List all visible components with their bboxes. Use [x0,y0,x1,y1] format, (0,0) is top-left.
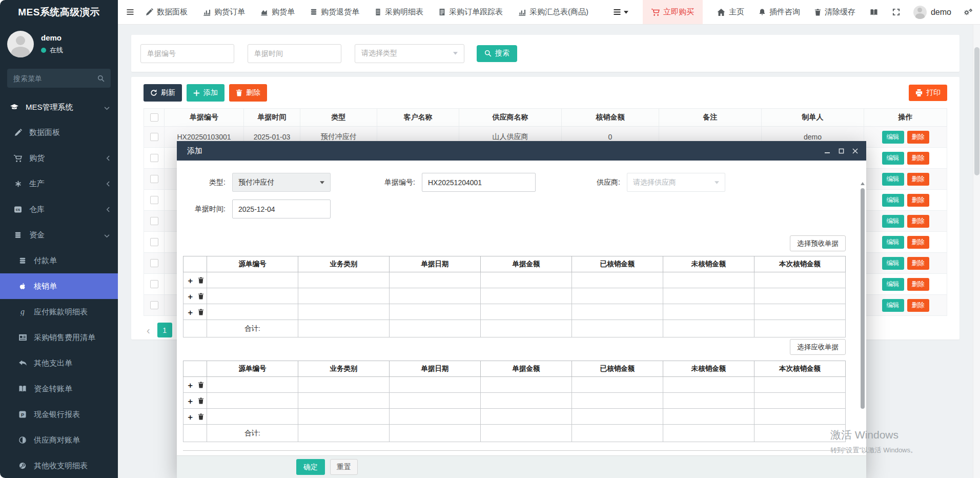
row-checkbox[interactable] [150,196,158,204]
edit-row-button[interactable]: 编辑 [882,299,904,312]
type-select[interactable]: 预付冲应付 [232,173,331,192]
row-checkbox[interactable] [150,154,158,162]
sidebar-subitem[interactable]: 资金转账单 [0,376,118,402]
avatar[interactable] [7,31,34,57]
scroll-up-icon[interactable] [861,182,865,185]
sidebar-subitem[interactable]: 其他收支明细表 [0,453,118,478]
add-line-icon[interactable]: ＋ [187,276,194,284]
sidebar-item[interactable]: 购货 [0,145,118,171]
delete-row-button[interactable]: 删除 [907,257,929,270]
search-button[interactable]: 搜索 [477,45,517,62]
nav-link[interactable]: 购货单 [260,7,295,17]
sidebar-subitem[interactable]: P现金银行报表 [0,402,118,427]
prev-page-button[interactable]: ‹ [147,325,150,335]
edit-row-button[interactable]: 编辑 [882,257,904,270]
close-icon[interactable] [852,148,858,154]
delete-row-button[interactable]: 删除 [907,194,929,207]
sidebar-subitem[interactable]: g应付账款明细表 [0,299,118,325]
add-line-icon[interactable]: ＋ [187,308,194,316]
add-dialog-titlebar[interactable]: 添加 [177,141,866,161]
edit-row-button[interactable]: 编辑 [882,194,904,207]
supplier-select[interactable]: 请选择供应商 [627,173,725,192]
edit-row-button[interactable]: 编辑 [882,173,904,186]
filter-type-select[interactable]: 请选择类型 [355,44,464,63]
add-line-icon[interactable]: ＋ [187,397,194,405]
select-receivable-docs-button[interactable]: 选择应收单据 [790,339,846,355]
nav-link[interactable]: 采购明细表 [375,7,423,17]
nav-link[interactable]: 采购订单跟踪表 [439,7,503,17]
sidebar-item[interactable]: 资金 [0,222,118,248]
delete-row-button[interactable]: 删除 [907,131,929,144]
edit-row-button[interactable]: 编辑 [882,278,904,291]
delete-button[interactable]: 删除 [229,84,267,102]
print-button[interactable]: 打印 [909,85,947,101]
edit-row-button[interactable]: 编辑 [882,152,904,165]
select-prepaid-docs-button[interactable]: 选择预收单据 [790,235,846,251]
grid-cell [572,409,663,425]
docs-button[interactable] [870,9,878,16]
row-checkbox[interactable] [150,301,158,309]
sidebar-item[interactable]: 数据面板 [0,120,118,145]
home-button[interactable]: 主页 [717,7,744,17]
add-line-icon[interactable]: ＋ [187,413,194,421]
row-checkbox[interactable] [150,280,158,288]
plugin-consult-button[interactable]: 插件咨询 [759,7,800,17]
card-icon [17,334,28,341]
add-line-icon[interactable]: ＋ [187,381,194,389]
edit-row-button[interactable]: 编辑 [882,215,904,228]
minimize-icon[interactable] [824,148,830,154]
page-scrollbar[interactable] [973,25,980,478]
fullscreen-button[interactable] [892,8,900,16]
sidebar-item[interactable]: 生产 [0,171,118,196]
doc-date-input[interactable] [232,200,331,218]
maximize-icon[interactable] [839,148,844,154]
row-checkbox[interactable] [150,238,158,246]
row-checkbox[interactable] [150,259,158,267]
nav-link[interactable]: 数据面板 [146,7,188,17]
edit-row-button[interactable]: 编辑 [882,236,904,249]
sidebar-subitem[interactable]: 供应商对账单 [0,427,118,453]
row-checkbox[interactable] [150,133,158,141]
delete-row-button[interactable]: 删除 [907,278,929,291]
nav-link[interactable]: 采购汇总表(商品) [518,7,588,17]
nav-menu-dropdown[interactable] [613,9,628,15]
row-checkbox[interactable] [150,217,158,225]
settings-gears-icon[interactable] [964,8,973,16]
grid-cell [754,304,846,320]
page-1-button[interactable]: 1 [157,323,172,337]
delete-row-button[interactable]: 删除 [907,299,929,312]
sidebar-item-root[interactable]: MES管理系统 [0,95,118,120]
user-menu[interactable]: demo [913,6,951,19]
edit-row-button[interactable]: 编辑 [882,131,904,144]
add-line-icon[interactable]: ＋ [187,292,194,300]
dialog-scrollbar[interactable] [860,182,865,431]
sidebar-toggle-icon[interactable] [126,9,134,15]
buy-now-button[interactable]: 立即购买 [643,0,703,24]
nav-link[interactable]: 购货退货单 [310,7,359,17]
reset-button[interactable]: 重置 [330,459,358,475]
page-scrollbar-thumb[interactable] [974,47,979,175]
delete-row-button[interactable]: 删除 [907,236,929,249]
sidebar-item[interactable]: cs仓库 [0,196,118,222]
filter-doc-time-input[interactable] [248,44,341,63]
delete-row-button[interactable]: 删除 [907,215,929,228]
sidebar-subitem-active[interactable]: 核销单 [0,273,118,299]
nav-link[interactable]: 购货订单 [203,7,245,17]
filter-doc-no-input[interactable] [140,44,234,63]
delete-row-button[interactable]: 删除 [907,173,929,186]
doc-no-input[interactable] [422,173,536,192]
book-icon [870,9,878,16]
clear-cache-button[interactable]: 清除缓存 [814,7,855,17]
add-button[interactable]: 添加 [187,84,224,102]
delete-row-button[interactable]: 删除 [907,152,929,165]
row-checkbox[interactable] [150,175,158,183]
sidebar-subitem[interactable]: 付款单 [0,248,118,273]
sidebar-search[interactable] [7,69,111,88]
confirm-button[interactable]: 确定 [296,459,325,475]
sidebar-subitem[interactable]: 其他支出单 [0,350,118,376]
sidebar-search-input[interactable] [13,74,97,83]
sidebar-subitem[interactable]: 采购销售费用清单 [0,325,118,350]
refresh-button[interactable]: 刷新 [144,84,182,102]
dialog-scrollbar-thumb[interactable] [861,188,865,409]
select-all-checkbox[interactable] [150,113,158,122]
